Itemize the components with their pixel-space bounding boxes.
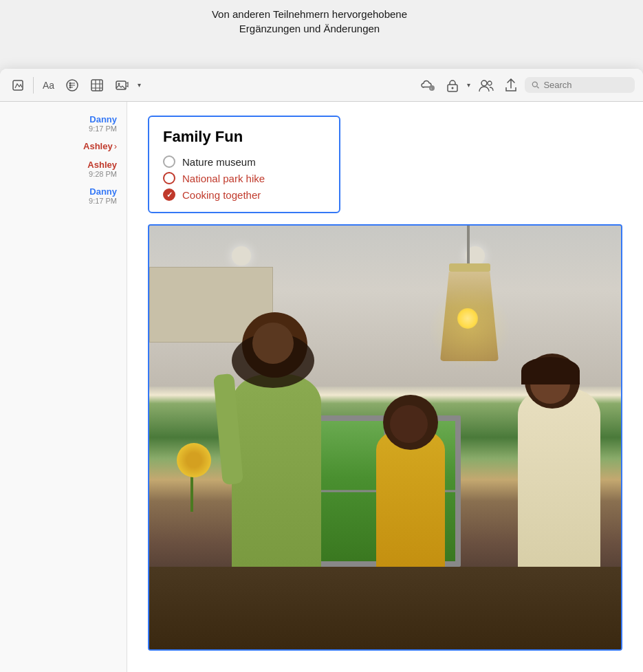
- checklist: Nature museum National park hike Cooking…: [163, 155, 325, 201]
- floor: [149, 567, 621, 649]
- ashley-chevron-icon: ›: [114, 141, 117, 151]
- media-chevron-button[interactable]: ▾: [136, 81, 142, 89]
- chevron-down-icon: ▾: [138, 81, 141, 89]
- author-name-danny-1: Danny: [89, 114, 117, 124]
- document-title: Family Fun: [163, 128, 325, 146]
- flower-head: [177, 443, 211, 477]
- edit-button[interactable]: [8, 76, 28, 94]
- sidebar-item-ashley-2[interactable]: Ashley 9:28 PM: [0, 155, 127, 182]
- flowers: [170, 443, 218, 512]
- divider1: [33, 77, 34, 94]
- checklist-item-3[interactable]: Cooking together: [163, 188, 325, 201]
- svg-line-22: [537, 87, 539, 89]
- svg-point-19: [481, 80, 487, 86]
- author-time-danny-1: 9:17 PM: [89, 124, 117, 133]
- person3: [504, 354, 614, 567]
- text-style-button[interactable]: [62, 76, 83, 95]
- svg-point-7: [69, 86, 72, 88]
- media-button[interactable]: [111, 76, 132, 95]
- checkbox-empty-icon[interactable]: [163, 155, 175, 168]
- svg-point-6: [69, 84, 72, 86]
- toolbar-left: [8, 76, 28, 94]
- sidebar-item-danny-1[interactable]: Danny 9:17 PM: [0, 110, 127, 137]
- document-card: Family Fun Nature museum National park h…: [148, 116, 340, 213]
- svg-point-5: [69, 82, 72, 84]
- author-name-danny-2: Danny: [89, 186, 117, 197]
- checklist-text-1: Nature museum: [182, 156, 256, 168]
- document-area: Family Fun Nature museum National park h…: [127, 102, 643, 672]
- ashley-arrow-row: Ashley ›: [83, 141, 117, 151]
- tooltip-callout: Von anderen Teilnehmern hervorgehobene E…: [179, 7, 440, 36]
- content-area: Danny 9:17 PM Ashley › Ashley 9:28 PM Da…: [0, 102, 643, 672]
- font-button[interactable]: Aa: [39, 77, 58, 94]
- recessed-light-1: [232, 246, 251, 265]
- collaborators-button[interactable]: [475, 76, 497, 95]
- lock-button[interactable]: [443, 76, 462, 95]
- search-box[interactable]: [525, 77, 635, 93]
- search-input[interactable]: [543, 80, 628, 90]
- person3-hair: [521, 357, 580, 384]
- person3-shirt: [518, 388, 600, 567]
- lock-chevron-icon: ▾: [467, 81, 470, 89]
- checkbox-done-icon[interactable]: [163, 188, 175, 201]
- svg-point-20: [488, 81, 492, 85]
- svg-text:↑: ↑: [431, 87, 433, 91]
- doc-content: Family Fun Nature museum National park h…: [127, 102, 643, 664]
- checklist-text-2: National park hike: [182, 173, 265, 184]
- svg-point-21: [532, 82, 537, 87]
- kitchen-photo: [149, 226, 621, 649]
- sidebar-item-ashley-1[interactable]: Ashley ›: [0, 137, 127, 155]
- checklist-item-2[interactable]: National park hike: [163, 172, 325, 184]
- checklist-item-1[interactable]: Nature museum: [163, 155, 325, 168]
- person1-face: [252, 323, 294, 364]
- svg-rect-8: [91, 80, 102, 91]
- lamp-halo: [428, 288, 511, 370]
- svg-point-14: [118, 83, 120, 85]
- author-time-danny-2: 9:17 PM: [89, 197, 117, 205]
- person1-shirt: [232, 374, 321, 567]
- person2-face: [390, 405, 428, 443]
- lock-chevron-button[interactable]: ▾: [466, 81, 471, 89]
- font-label: Aa: [43, 80, 54, 91]
- table-button[interactable]: [87, 76, 107, 95]
- share-button[interactable]: [501, 76, 521, 95]
- app-window: Aa: [0, 69, 643, 672]
- checklist-text-3: Cooking together: [182, 189, 261, 201]
- svg-point-18: [452, 87, 454, 89]
- tooltip-line2: Ergänzungen und Änderungen: [239, 23, 380, 34]
- search-icon: [532, 80, 539, 89]
- tooltip-line1: Von anderen Teilnehmern hervorgehobene: [212, 8, 407, 20]
- lamp-cord: [467, 226, 470, 263]
- checkbox-partial-icon[interactable]: [163, 172, 175, 184]
- person2: [369, 395, 459, 567]
- sidebar-item-danny-2[interactable]: Danny 9:17 PM: [0, 182, 127, 209]
- toolbar: Aa: [0, 69, 643, 102]
- lamp-top: [449, 263, 490, 272]
- collaborate-button[interactable]: ↑: [417, 75, 439, 96]
- author-name-ashley-1: Ashley: [83, 141, 113, 151]
- sidebar: Danny 9:17 PM Ashley › Ashley 9:28 PM Da…: [0, 102, 127, 672]
- person1: [218, 312, 335, 567]
- person2-shirt: [376, 429, 445, 567]
- author-time-ashley: 9:28 PM: [89, 170, 117, 178]
- photo-container: [148, 224, 622, 651]
- author-name-ashley-2: Ashley: [87, 160, 117, 170]
